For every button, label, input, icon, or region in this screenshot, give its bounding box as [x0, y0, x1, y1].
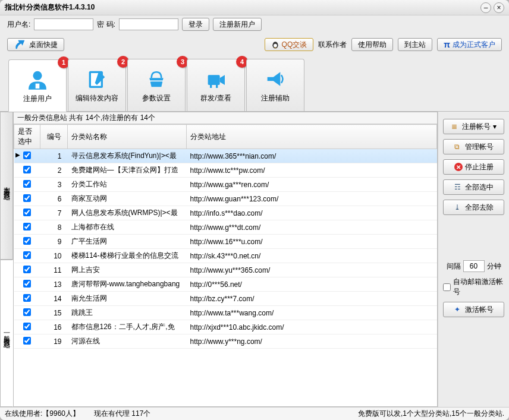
row-url: http://www.365***nian.com/	[187, 149, 437, 163]
auto-mail-label: 自动邮箱激活帐号	[453, 277, 504, 297]
list-icon: ≣	[451, 122, 460, 131]
megaphone-icon	[262, 67, 288, 91]
desktop-shortcut-button[interactable]: 桌面快捷	[7, 38, 64, 51]
auto-mail-checkbox[interactable]	[443, 283, 451, 291]
col-header-name[interactable]: 分类站名称	[68, 125, 187, 149]
table-row[interactable]: 14南允生活网http://bz.cy***7.com/	[14, 292, 437, 306]
qq-suffix-label: 联系作者	[318, 40, 347, 50]
row-checkbox[interactable]	[23, 294, 31, 302]
interval-input[interactable]	[463, 260, 485, 272]
col-header-select[interactable]: 是否选中	[14, 125, 40, 149]
login-button[interactable]: 登录	[182, 18, 209, 31]
select-all-button[interactable]: ☶ 全部选中	[443, 179, 504, 195]
qq-contact-button[interactable]: QQ交谈	[265, 38, 314, 51]
username-input[interactable]	[34, 18, 93, 30]
tab-label: 参数设置	[142, 93, 171, 103]
tab-edit-content[interactable]: 2 编辑待发内容	[68, 59, 126, 111]
become-customer-button[interactable]: π 成为正式客户	[437, 38, 502, 51]
row-checkbox[interactable]	[23, 308, 31, 316]
row-url: http://www.16***u.com/	[187, 235, 437, 249]
row-checkbox[interactable]	[23, 166, 31, 173]
table-row[interactable]: 8上海都市在线http://www.g***dt.com/	[14, 220, 437, 235]
row-checkbox[interactable]	[23, 194, 31, 202]
status-version-note: 免费版可以发,1个大型分类站,15个一般分类站.	[358, 409, 504, 419]
register-account-label: 注册帐号	[462, 122, 491, 132]
svg-point-3	[33, 71, 42, 80]
site-table[interactable]: 是否选中 编号 分类站名称 分类站地址 1寻云信息发布系统(FindYun)|>…	[14, 124, 437, 406]
arrow-icon	[14, 38, 27, 51]
table-row[interactable]: 7网人信息发布系统(WRMPS)|><最http://info.s***dao.…	[14, 206, 437, 220]
to-main-button[interactable]: 到主站	[398, 38, 432, 51]
status-agents: 现在有代理 117个	[94, 409, 150, 419]
become-customer-label: 成为正式客户	[453, 40, 495, 50]
table-row[interactable]: 15跳跳王http://www.ta***wang.com/	[14, 306, 437, 320]
row-checkbox[interactable]	[23, 237, 31, 245]
tab-register-assist[interactable]: 注册辅助	[246, 59, 304, 111]
stop-icon: ✕	[454, 163, 463, 171]
table-row[interactable]: 9广平生活网http://www.16***u.com/	[14, 235, 437, 249]
manage-account-button[interactable]: ⧉ 管理帐号	[443, 139, 504, 154]
table-row[interactable]: 1寻云信息发布系统(FindYun)|><最http://www.365***n…	[14, 149, 437, 163]
stop-register-button[interactable]: ✕ 停止注册	[443, 159, 504, 175]
row-checkbox[interactable]	[23, 209, 31, 216]
password-input[interactable]	[119, 18, 178, 30]
row-checkbox[interactable]	[23, 337, 31, 345]
select-all-label: 全部选中	[465, 182, 494, 192]
register-account-button[interactable]: ≣ 注册帐号 ▾	[443, 119, 504, 134]
row-checkbox[interactable]	[23, 223, 31, 230]
tab-label: 注册辅助	[261, 93, 290, 103]
manage-account-label: 管理帐号	[465, 142, 494, 152]
table-row[interactable]: 13唐河帮帮网-www.tanghebangbanghttp://0***56.…	[14, 277, 437, 292]
row-checkbox[interactable]	[23, 151, 31, 159]
tab-label: 群发/查看	[200, 93, 231, 103]
row-name: 免费建网站—【天津百众网】打造	[68, 163, 187, 178]
table-row[interactable]: 10楼梯114-楼梯行业最全的信息交流http://sk.43***0.net.…	[14, 249, 437, 263]
row-url: http://www.y***ng.com/	[187, 334, 437, 349]
col-header-id[interactable]: 编号	[40, 125, 68, 149]
svg-rect-4	[36, 83, 40, 88]
table-row[interactable]: 16都市信息126：二手,人才,房产,免http://xjxd***10.abc…	[14, 320, 437, 334]
activate-account-button[interactable]: ✦ 激活帐号	[443, 302, 504, 317]
interval-label: 间隔	[447, 261, 461, 271]
row-checkbox[interactable]	[23, 180, 31, 188]
row-url: http://www.tc***pw.com/	[187, 163, 437, 178]
help-button[interactable]: 使用帮助	[351, 38, 393, 51]
register-new-user-button[interactable]: 注册新用户	[213, 18, 262, 31]
tab-params[interactable]: 3 参数设置	[127, 59, 186, 111]
row-name: 寻云信息发布系统(FindYun)|><最	[68, 149, 187, 163]
row-name: 南允生活网	[68, 292, 187, 306]
row-url: http://www.guan***123.com/	[187, 192, 437, 206]
row-id: 16	[40, 320, 68, 334]
window-title: 指北针分类信息软件1.4.3.10	[5, 2, 480, 12]
vertical-tabs: 大型分类信息站 一般分类信息站	[0, 112, 13, 407]
spark-icon: ✦	[454, 305, 463, 314]
table-row[interactable]: 19河源在线http://www.y***ng.com/	[14, 334, 437, 349]
row-name: 上海都市在线	[68, 220, 187, 235]
login-row: 用户名: 密 码: 登录 注册新用户	[0, 15, 509, 33]
row-url: http://www.ta***wang.com/	[187, 306, 437, 320]
row-checkbox[interactable]	[23, 266, 31, 273]
tab-send-view[interactable]: 4 群发/查看	[187, 59, 245, 111]
table-row[interactable]: 2免费建网站—【天津百众网】打造http://www.tc***pw.com/	[14, 163, 437, 178]
table-row[interactable]: 3分类工作站http://www.ga***ren.com/	[14, 178, 437, 192]
row-checkbox[interactable]	[23, 251, 31, 259]
row-name: 商家互动网	[68, 192, 187, 206]
side-panel: ≣ 注册帐号 ▾ ⧉ 管理帐号 ✕ 停止注册 ☶ 全部选中 ⤓ 全部去除	[438, 112, 509, 407]
row-url: http://info.s***dao.com/	[187, 206, 437, 220]
interval-row: 间隔 分钟	[443, 260, 504, 272]
close-button[interactable]: ×	[494, 2, 504, 13]
minimize-button[interactable]: –	[480, 2, 491, 13]
table-row[interactable]: 11网上吉安http://www.yu***365.com/	[14, 263, 437, 277]
vtab-large-sites[interactable]: 大型分类信息站	[0, 112, 13, 260]
row-id: 19	[40, 334, 68, 349]
desktop-shortcut-label: 桌面快捷	[29, 40, 58, 50]
tab-register-user[interactable]: 1 注册用户	[8, 59, 67, 112]
col-header-url[interactable]: 分类站地址	[187, 125, 437, 149]
remove-all-button[interactable]: ⤓ 全部去除	[443, 200, 504, 215]
auto-mail-row[interactable]: 自动邮箱激活帐号	[443, 277, 504, 297]
qq-icon	[271, 40, 279, 49]
row-checkbox[interactable]	[23, 280, 31, 288]
row-checkbox[interactable]	[23, 323, 31, 330]
vtab-normal-sites[interactable]: 一般分类信息站	[0, 260, 13, 408]
table-row[interactable]: 6商家互动网http://www.guan***123.com/	[14, 192, 437, 206]
